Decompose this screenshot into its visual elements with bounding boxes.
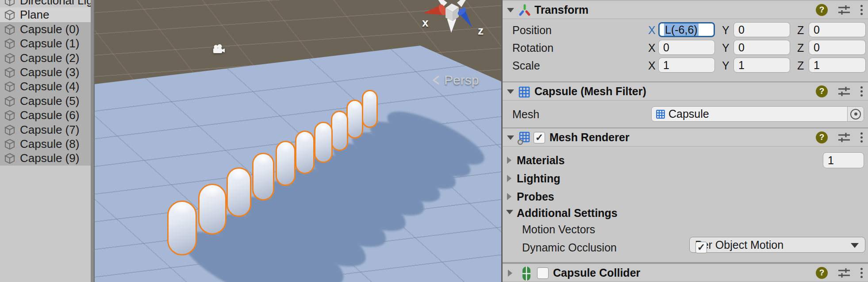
capsule-object[interactable] <box>362 90 378 128</box>
hierarchy-item-directional-light[interactable]: Directional Light <box>0 0 91 8</box>
transform-header[interactable]: Transform ? <box>503 0 868 19</box>
axis-y-label[interactable]: Y <box>722 42 730 54</box>
rotation-y-input[interactable]: 0 <box>734 40 790 55</box>
axis-y-label[interactable]: Y <box>722 24 730 37</box>
hierarchy-item-capsule-9[interactable]: Capsule (9) <box>0 151 91 166</box>
axis-y-label[interactable]: Y <box>722 59 730 72</box>
probes-foldout[interactable]: Probes <box>517 190 554 203</box>
scale-z-input[interactable]: 1 <box>809 58 866 73</box>
gameobject-cube-icon <box>4 9 16 21</box>
position-z-input[interactable]: 0 <box>809 22 866 37</box>
hierarchy-item-capsule-6[interactable]: Capsule (6) <box>0 108 91 123</box>
mesh-renderer-header[interactable]: ✓ Mesh Renderer ? <box>503 127 868 147</box>
help-icon[interactable]: ? <box>816 267 828 279</box>
hierarchy-item-capsule-0[interactable]: Capsule (0) <box>0 22 91 37</box>
presets-icon[interactable] <box>837 267 851 278</box>
hierarchy-item-plane[interactable]: Plane <box>0 8 91 22</box>
position-y-input[interactable]: 0 <box>734 22 790 37</box>
gameobject-cube-icon <box>4 95 16 108</box>
axis-z-label[interactable]: Z <box>797 42 804 54</box>
capsule-collider-icon <box>522 266 531 281</box>
dynamic-occlusion-checkbox[interactable]: ✓ <box>695 242 707 253</box>
more-menu-icon[interactable] <box>860 268 863 278</box>
hierarchy-item-label: Capsule (4) <box>20 80 79 93</box>
capsule-object[interactable] <box>167 201 197 255</box>
axis-x-label[interactable]: X <box>648 42 656 54</box>
position-x-input[interactable]: L(-6,6) <box>658 22 715 37</box>
chevron-left-icon <box>432 74 441 86</box>
panel-splitter[interactable] <box>91 0 95 282</box>
additional-settings-foldout[interactable]: Additional Settings <box>517 207 618 220</box>
foldout-open-icon[interactable] <box>507 8 514 12</box>
foldout-open-icon[interactable] <box>507 89 514 94</box>
hierarchy-item-capsule-2[interactable]: Capsule (2) <box>0 51 91 66</box>
gizmo-z-label[interactable]: z <box>478 24 484 38</box>
mesh-label: Mesh <box>512 108 539 121</box>
axis-x-label[interactable]: X <box>648 59 656 72</box>
gizmo-x-label[interactable]: x <box>422 16 428 30</box>
presets-icon[interactable] <box>837 131 851 143</box>
foldout-closed-icon[interactable] <box>508 270 512 277</box>
axis-z-label[interactable]: Z <box>797 59 804 72</box>
scale-x-input[interactable]: 1 <box>658 58 715 73</box>
capsule-object[interactable] <box>295 131 315 174</box>
capsule-object[interactable] <box>227 167 251 217</box>
capsule-object[interactable] <box>198 184 227 235</box>
mesh-renderer-icon <box>517 131 531 145</box>
help-icon[interactable]: ? <box>816 131 828 143</box>
presets-icon[interactable] <box>837 4 851 15</box>
hierarchy-item-label: Capsule (9) <box>20 151 79 165</box>
hierarchy-item-capsule-8[interactable]: Capsule (8) <box>0 137 91 151</box>
capsule-collider-header[interactable]: Capsule Collider ? <box>503 263 868 282</box>
rotation-x-input[interactable]: 0 <box>658 40 715 55</box>
materials-foldout[interactable]: Materials <box>517 154 565 167</box>
motion-vectors-dropdown[interactable]: Per Object Motion <box>689 237 865 253</box>
lighting-foldout[interactable]: Lighting <box>517 172 561 185</box>
gameobject-cube-icon <box>4 109 16 122</box>
capsule-object[interactable] <box>276 141 296 186</box>
foldout-closed-icon[interactable] <box>507 175 511 182</box>
gameobject-cube-icon <box>4 81 16 93</box>
capsule-object[interactable] <box>252 153 274 201</box>
more-menu-icon[interactable] <box>860 86 863 97</box>
hierarchy-item-capsule-7[interactable]: Capsule (7) <box>0 123 91 137</box>
scene-orientation-gizmo[interactable] <box>420 0 482 34</box>
capsule-object[interactable] <box>314 122 333 163</box>
capsule-object[interactable] <box>346 100 363 139</box>
camera-gizmo-icon[interactable] <box>212 44 226 55</box>
projection-toggle[interactable]: Persp <box>432 73 479 88</box>
presets-icon[interactable] <box>837 85 851 97</box>
hierarchy-item-capsule-1[interactable]: Capsule (1) <box>0 36 91 51</box>
foldout-open-icon[interactable] <box>507 135 514 140</box>
mesh-filter-header[interactable]: Capsule (Mesh Filter) ? <box>503 81 868 100</box>
selected-text: L(-6,6) <box>664 23 699 37</box>
foldout-closed-icon[interactable] <box>507 157 511 164</box>
hierarchy-panel: Directional Light Plane Capsule (0) Caps… <box>0 0 91 282</box>
scene-view[interactable]: x z Persp <box>95 0 501 282</box>
gameobject-cube-icon <box>4 138 16 151</box>
hierarchy-item-label: Capsule (0) <box>20 23 79 36</box>
component-enabled-checkbox[interactable] <box>537 267 549 279</box>
scale-label: Scale <box>512 59 540 72</box>
axis-x-label[interactable]: X <box>648 24 656 37</box>
scale-y-input[interactable]: 1 <box>734 58 790 73</box>
foldout-closed-icon[interactable] <box>507 193 511 200</box>
help-icon[interactable]: ? <box>816 85 828 97</box>
component-enabled-checkbox[interactable]: ✓ <box>534 132 545 143</box>
more-menu-icon[interactable] <box>860 132 863 143</box>
gameobject-cube-icon <box>4 124 16 136</box>
hierarchy-item-capsule-3[interactable]: Capsule (3) <box>0 65 91 80</box>
projection-label: Persp <box>444 73 479 88</box>
axis-z-label[interactable]: Z <box>797 24 804 37</box>
rotation-z-input[interactable]: 0 <box>809 40 866 55</box>
object-picker-button[interactable] <box>847 107 864 121</box>
hierarchy-item-capsule-4[interactable]: Capsule (4) <box>0 79 91 94</box>
mesh-value: Capsule <box>668 108 709 120</box>
hierarchy-item-capsule-5[interactable]: Capsule (5) <box>0 94 91 108</box>
mesh-object-field[interactable]: Capsule <box>651 106 864 122</box>
materials-count-input[interactable]: 1 <box>823 152 864 168</box>
help-icon[interactable]: ? <box>816 4 828 16</box>
more-menu-icon[interactable] <box>860 5 863 15</box>
capsule-object[interactable] <box>331 111 348 151</box>
foldout-open-icon[interactable] <box>506 210 513 214</box>
